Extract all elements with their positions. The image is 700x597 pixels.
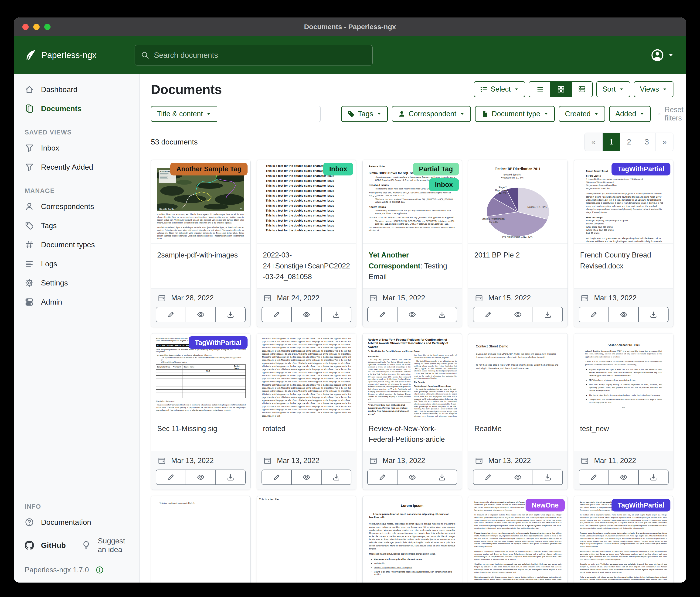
view-button[interactable] xyxy=(291,470,321,484)
sort-button[interactable]: Sort xyxy=(596,81,630,97)
close-window-button[interactable] xyxy=(22,24,29,30)
edit-button[interactable] xyxy=(368,307,397,322)
sidebar-item-dashboard[interactable]: Dashboard xyxy=(14,80,140,99)
edit-button[interactable] xyxy=(579,307,608,322)
document-thumbnail-frame[interactable]: Review of New York Federal Petitions for… xyxy=(362,333,462,417)
document-thumbnail-frame[interactable]: This is the text that appears on the fir… xyxy=(257,333,356,417)
view-button[interactable] xyxy=(397,470,427,484)
document-card[interactable]: Adobe Acrobat PDF FilesAdobe® Portable D… xyxy=(574,333,673,490)
edit-button[interactable] xyxy=(473,307,503,322)
download-button[interactable] xyxy=(216,470,245,484)
view-button[interactable] xyxy=(185,307,216,322)
document-thumbnail[interactable]: Lorem ipsumLorem ipsum dolor sit amet, c… xyxy=(362,496,462,580)
sidebar-item-recently-added[interactable]: Recently Added xyxy=(14,158,140,176)
document-card[interactable]: Patient BP Distribution 2011 Normal, 151… xyxy=(468,160,568,327)
download-button[interactable] xyxy=(427,307,457,322)
correspondent-filter-button[interactable]: Correspondent xyxy=(392,106,471,122)
tag-badge[interactable]: TagWithPartial xyxy=(189,336,248,349)
view-button[interactable] xyxy=(608,470,638,484)
app-brand[interactable]: Paperless-ngx xyxy=(24,49,134,62)
tag-badge[interactable]: Inbox xyxy=(429,178,459,191)
sidebar-item-documents[interactable]: Documents xyxy=(14,99,140,118)
document-card[interactable]: Lorem ipsum dolor sit amet, consectetur … xyxy=(574,496,673,583)
edit-button[interactable] xyxy=(262,470,291,484)
view-detail-toggle[interactable] xyxy=(571,82,592,97)
document-thumbnail[interactable]: Contact Sheet DemoGiven a set of image f… xyxy=(468,333,568,417)
document-thumbnail-frame[interactable]: Release NotesSimba ODBC Driver for SQL S… xyxy=(362,160,462,244)
global-search[interactable] xyxy=(134,45,373,66)
document-thumbnail-frame[interactable]: This is a test file. xyxy=(257,496,356,580)
edit-button[interactable] xyxy=(579,470,608,484)
page-next[interactable]: » xyxy=(655,133,673,151)
page-1[interactable]: 1 xyxy=(602,133,620,151)
document-card[interactable]: Release NotesSimba ODBC Driver for SQL S… xyxy=(362,160,462,327)
document-card[interactable]: Lorem ipsumLorem ipsum dolor sit amet, c… xyxy=(362,496,462,583)
document-card[interactable]: Boundary Waters Trip Google Earth NCurab… xyxy=(151,160,251,327)
view-list-toggle[interactable] xyxy=(529,82,550,97)
tag-badge[interactable]: Inbox xyxy=(323,163,353,175)
view-button[interactable] xyxy=(397,307,427,322)
document-thumbnail-frame[interactable]: Application for Medical Staff Membership… xyxy=(151,333,250,417)
view-grid-toggle[interactable] xyxy=(550,82,571,97)
document-thumbnail-frame[interactable]: French Country BreadFor the Leaven1 heap… xyxy=(574,160,673,244)
filter-query-input[interactable] xyxy=(217,106,321,122)
document-card[interactable]: This is the text that appears on the fir… xyxy=(257,333,356,490)
minimize-window-button[interactable] xyxy=(33,24,40,30)
view-button[interactable] xyxy=(291,307,321,322)
sidebar-item-inbox[interactable]: Inbox xyxy=(14,138,140,158)
sidebar-item-documentation[interactable]: Documentation xyxy=(14,512,140,532)
sidebar-item-document-types[interactable]: Document types xyxy=(14,235,140,254)
document-thumbnail-frame[interactable]: Boundary Waters Trip Google Earth NCurab… xyxy=(151,160,250,244)
sidebar-item-correspondents[interactable]: Correspondents xyxy=(14,197,140,216)
document-type-filter-button[interactable]: Document type xyxy=(475,106,555,122)
tag-badge[interactable]: TagWithPartial xyxy=(611,499,670,512)
document-card[interactable]: French Country BreadFor the Leaven1 heap… xyxy=(574,160,673,327)
sidebar-item-logs[interactable]: Logs xyxy=(14,254,140,273)
zoom-window-button[interactable] xyxy=(44,24,51,30)
tag-badge[interactable]: TagWithPartial xyxy=(611,163,670,175)
document-thumbnail[interactable]: Adobe Acrobat PDF FilesAdobe® Portable D… xyxy=(574,333,673,417)
document-thumbnail-frame[interactable]: Contact Sheet DemoGiven a set of image f… xyxy=(468,333,568,417)
sidebar-item-tags[interactable]: Tags xyxy=(14,216,140,235)
search-input[interactable] xyxy=(154,51,366,59)
edit-button[interactable] xyxy=(156,470,185,484)
reset-filters-button[interactable]: Reset filters xyxy=(658,105,686,122)
document-thumbnail[interactable]: This is a multi page document. Page 1. xyxy=(151,496,250,580)
download-button[interactable] xyxy=(532,470,562,484)
document-thumbnail[interactable]: This is a test file. xyxy=(257,496,356,580)
page-prev[interactable]: « xyxy=(585,133,602,151)
search-field-selector[interactable]: Title & content xyxy=(151,106,217,122)
document-thumbnail-frame[interactable]: Lorem ipsum dolor sit amet, consectetur … xyxy=(574,496,673,580)
document-card[interactable]: Application for Medical Staff Membership… xyxy=(151,333,251,490)
view-button[interactable] xyxy=(503,307,532,322)
download-button[interactable] xyxy=(216,307,245,322)
document-card[interactable]: Lorem ipsum dolor sit amet, consectetur … xyxy=(468,496,568,583)
edit-button[interactable] xyxy=(473,470,503,484)
document-thumbnail-frame[interactable]: Lorem ipsumLorem ipsum dolor sit amet, c… xyxy=(362,496,462,580)
created-filter-button[interactable]: Created xyxy=(559,106,605,122)
sidebar-item-github[interactable]: GitHub xyxy=(14,536,77,555)
download-button[interactable] xyxy=(321,307,351,322)
sidebar-item-admin[interactable]: Admin xyxy=(14,292,140,312)
sidebar-item-suggest-idea[interactable]: Suggest an idea xyxy=(77,532,140,559)
document-thumbnail-frame[interactable]: This is a test for the double space char… xyxy=(257,160,356,244)
document-card[interactable]: Review of New York Federal Petitions for… xyxy=(362,333,462,490)
tags-filter-button[interactable]: Tags xyxy=(341,106,388,122)
download-button[interactable] xyxy=(427,470,457,484)
view-button[interactable] xyxy=(185,470,216,484)
sidebar-item-settings[interactable]: Settings xyxy=(14,273,140,292)
document-thumbnail-frame[interactable]: Adobe Acrobat PDF FilesAdobe® Portable D… xyxy=(574,333,673,417)
edit-button[interactable] xyxy=(156,307,185,322)
chevron-down-icon[interactable] xyxy=(668,52,674,58)
document-thumbnail[interactable]: This is the text that appears on the fir… xyxy=(257,333,356,417)
document-card[interactable]: This is a multi page document. Page 1.mu… xyxy=(151,496,251,583)
download-button[interactable] xyxy=(532,307,562,322)
document-thumbnail-frame[interactable]: Lorem ipsum dolor sit amet, consectetur … xyxy=(468,496,568,580)
document-thumbnail[interactable]: Patient BP Distribution 2011 Normal, 151… xyxy=(468,160,568,243)
edit-button[interactable] xyxy=(368,470,397,484)
tag-badge[interactable]: Partial Tag xyxy=(413,163,459,175)
added-filter-button[interactable]: Added xyxy=(609,106,651,122)
document-card[interactable]: This is a test for the double space char… xyxy=(257,160,356,327)
document-card[interactable]: Contact Sheet DemoGiven a set of image f… xyxy=(468,333,568,490)
view-button[interactable] xyxy=(608,307,638,322)
